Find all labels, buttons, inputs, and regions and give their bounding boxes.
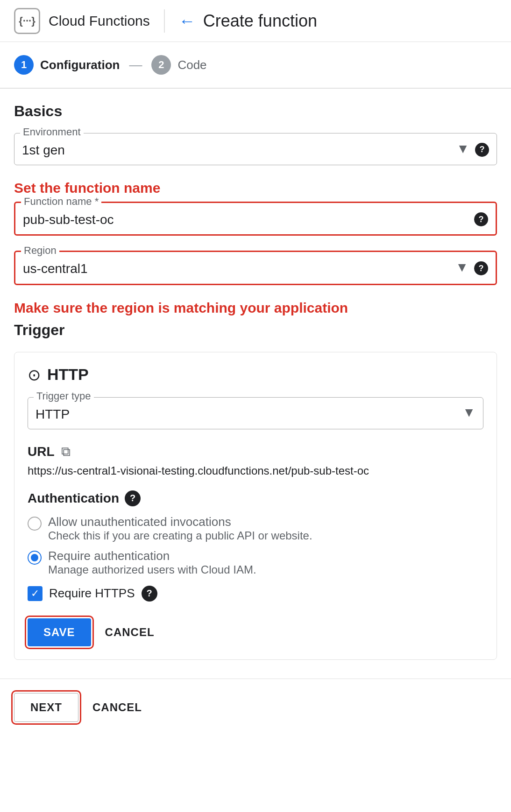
cancel-trigger-button[interactable]: CANCEL bbox=[105, 626, 155, 639]
auth-label: Authentication bbox=[28, 491, 119, 506]
region-help-icon[interactable]: ? bbox=[474, 259, 488, 276]
radio-unauthenticated-sub: Check this if you are creating a public … bbox=[48, 529, 312, 542]
step-1[interactable]: 1 Configuration bbox=[14, 55, 120, 75]
region-field-group: Region us-central1 ▼ ? bbox=[14, 251, 497, 285]
https-label: Require HTTPS bbox=[49, 586, 135, 601]
annotation-region: Make sure the region is matching your ap… bbox=[14, 300, 497, 316]
http-icon: ⊙ bbox=[28, 365, 41, 384]
radio-item-require-auth[interactable]: Require authentication Manage authorized… bbox=[28, 549, 483, 576]
logo-icon: {···} bbox=[14, 8, 40, 34]
radio-group: Allow unauthenticated invocations Check … bbox=[28, 515, 483, 576]
main-content: Basics Environment 1st gen ▼ ? Set the f… bbox=[0, 89, 511, 679]
step-1-circle: 1 bbox=[14, 55, 34, 75]
radio-unauthenticated-circle[interactable] bbox=[28, 517, 42, 531]
environment-value: 1st gen bbox=[22, 138, 453, 159]
http-title: HTTP bbox=[47, 365, 89, 384]
https-checkbox[interactable]: ✓ bbox=[28, 586, 43, 601]
logo-icon-text: {···} bbox=[19, 15, 35, 27]
radio-unauthenticated-main: Allow unauthenticated invocations bbox=[48, 515, 312, 529]
page-title: Create function bbox=[203, 11, 317, 31]
function-name-help-icon[interactable]: ? bbox=[474, 210, 488, 227]
copy-icon[interactable]: ⧉ bbox=[61, 444, 71, 460]
trigger-type-value: HTTP bbox=[35, 402, 459, 423]
radio-item-unauthenticated[interactable]: Allow unauthenticated invocations Check … bbox=[28, 515, 483, 542]
http-header: ⊙ HTTP bbox=[28, 365, 483, 384]
region-value: us-central1 bbox=[23, 257, 452, 278]
environment-field[interactable]: Environment 1st gen ▼ ? bbox=[14, 133, 497, 165]
radio-require-auth-text: Require authentication Manage authorized… bbox=[48, 549, 256, 576]
step-1-number: 1 bbox=[21, 59, 27, 71]
trigger-section-title: Trigger bbox=[14, 322, 497, 339]
step-2-circle: 2 bbox=[151, 55, 171, 75]
header-divider bbox=[164, 9, 165, 33]
radio-unauthenticated-text: Allow unauthenticated invocations Check … bbox=[48, 515, 312, 542]
steps-bar: 1 Configuration — 2 Code bbox=[0, 42, 511, 88]
bottom-buttons: NEXT CANCEL bbox=[0, 679, 511, 741]
environment-field-group: Environment 1st gen ▼ ? bbox=[14, 133, 497, 165]
url-label: URL bbox=[28, 444, 55, 459]
step-2[interactable]: 2 Code bbox=[151, 55, 206, 75]
auth-help-icon[interactable]: ? bbox=[125, 490, 141, 506]
url-row: URL ⧉ bbox=[28, 444, 483, 460]
back-arrow-icon[interactable]: ← bbox=[179, 11, 196, 31]
https-help-icon[interactable]: ? bbox=[142, 586, 157, 602]
app-logo: {···} Cloud Functions bbox=[14, 8, 150, 34]
trigger-buttons: SAVE CANCEL bbox=[28, 618, 483, 646]
function-name-value: pub-sub-test-oc bbox=[23, 208, 468, 229]
back-nav[interactable]: ← Create function bbox=[179, 11, 317, 31]
environment-label: Environment bbox=[20, 126, 84, 138]
radio-require-auth-main: Require authentication bbox=[48, 549, 256, 563]
region-arrow-icon: ▼ bbox=[455, 260, 468, 275]
radio-require-auth-circle[interactable] bbox=[28, 551, 42, 565]
step-dash: — bbox=[129, 57, 142, 72]
trigger-type-field-group: Trigger type HTTP ▼ bbox=[28, 397, 483, 429]
radio-require-auth-sub: Manage authorized users with Cloud IAM. bbox=[48, 563, 256, 576]
function-name-field[interactable]: Function name * pub-sub-test-oc ? bbox=[14, 202, 497, 236]
save-button[interactable]: SAVE bbox=[28, 618, 91, 646]
header: {···} Cloud Functions ← Create function bbox=[0, 0, 511, 42]
environment-help-icon[interactable]: ? bbox=[475, 140, 489, 157]
trigger-section: ⊙ HTTP Trigger type HTTP ▼ URL ⧉ https:/… bbox=[14, 352, 497, 660]
trigger-type-label: Trigger type bbox=[34, 390, 94, 402]
trigger-type-field[interactable]: Trigger type HTTP ▼ bbox=[28, 397, 483, 429]
cancel-bottom-button[interactable]: CANCEL bbox=[92, 701, 142, 714]
basics-section-title: Basics bbox=[14, 103, 497, 120]
annotation-function-name: Set the function name bbox=[14, 180, 497, 196]
step-2-label: Code bbox=[177, 58, 206, 72]
auth-row: Authentication ? bbox=[28, 490, 483, 506]
region-label: Region bbox=[21, 245, 59, 257]
app-name: Cloud Functions bbox=[49, 13, 150, 29]
next-button[interactable]: NEXT bbox=[14, 693, 78, 722]
step-2-number: 2 bbox=[158, 59, 164, 71]
environment-arrow-icon: ▼ bbox=[456, 141, 469, 156]
function-name-field-group: Function name * pub-sub-test-oc ? bbox=[14, 202, 497, 236]
https-row: ✓ Require HTTPS ? bbox=[28, 586, 483, 602]
trigger-type-arrow-icon: ▼ bbox=[462, 405, 476, 420]
function-name-label: Function name * bbox=[21, 196, 101, 208]
step-1-label: Configuration bbox=[40, 58, 120, 72]
url-value: https://us-central1-visionai-testing.clo… bbox=[28, 464, 483, 477]
region-field[interactable]: Region us-central1 ▼ ? bbox=[14, 251, 497, 285]
